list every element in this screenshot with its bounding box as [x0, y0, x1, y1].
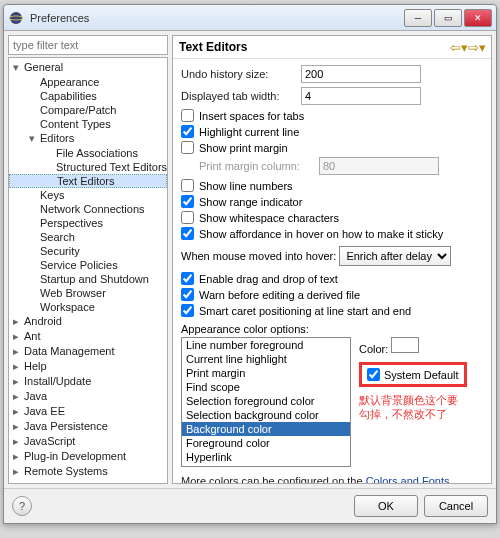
margin-column-label: Print margin column: [199, 160, 319, 172]
page-title: Text Editors [179, 40, 449, 54]
color-label: Color: [359, 343, 388, 355]
whitespace-label: Show whitespace characters [199, 212, 339, 224]
range-indicator-checkbox[interactable] [181, 195, 194, 208]
highlight-line-checkbox[interactable] [181, 125, 194, 138]
drag-drop-label: Enable drag and drop of text [199, 273, 338, 285]
color-option[interactable]: Find scope [182, 380, 350, 394]
system-default-highlight: System Default [359, 362, 467, 387]
maximize-button[interactable]: ▭ [434, 9, 462, 27]
tree-item-text-editors[interactable]: Text Editors [9, 174, 167, 188]
help-button[interactable]: ? [12, 496, 32, 516]
undo-history-input[interactable] [301, 65, 421, 83]
tab-width-label: Displayed tab width: [181, 90, 301, 102]
hover-affordance-checkbox[interactable] [181, 227, 194, 240]
eclipse-icon [8, 10, 24, 26]
tree-item-file-associations[interactable]: File Associations [9, 146, 167, 160]
tree-item-workspace[interactable]: Workspace [9, 300, 167, 314]
tree-item-ant[interactable]: ▸Ant [9, 329, 167, 344]
margin-column-input [319, 157, 439, 175]
undo-history-label: Undo history size: [181, 68, 301, 80]
tree-item-network-connections[interactable]: Network Connections [9, 202, 167, 216]
tree-item-service-policies[interactable]: Service Policies [9, 258, 167, 272]
annotation-text: 默认背景颜色这个要 勾掉，不然改不了 [359, 393, 483, 422]
system-default-label: System Default [384, 369, 459, 381]
tree-item-capabilities[interactable]: Capabilities [9, 89, 167, 103]
tree-item-web-browser[interactable]: Web Browser [9, 286, 167, 300]
right-pane: Text Editors ⇦▾ ⇨▾ Undo history size: Di… [172, 35, 492, 484]
preferences-window: Preferences ─ ▭ ✕ ▾GeneralAppearanceCapa… [3, 4, 497, 524]
tree-item-data-management[interactable]: ▸Data Management [9, 344, 167, 359]
warn-derived-checkbox[interactable] [181, 288, 194, 301]
close-button[interactable]: ✕ [464, 9, 492, 27]
back-arrow-icon[interactable]: ⇦▾ [451, 40, 467, 54]
line-numbers-checkbox[interactable] [181, 179, 194, 192]
minimize-button[interactable]: ─ [404, 9, 432, 27]
insert-spaces-label: Insert spaces for tabs [199, 110, 304, 122]
tree-item-content-types[interactable]: Content Types [9, 117, 167, 131]
color-option[interactable]: Line number foreground [182, 338, 350, 352]
footer: ? OK Cancel [4, 488, 496, 523]
warn-derived-label: Warn before editing a derived file [199, 289, 360, 301]
range-indicator-label: Show range indicator [199, 196, 302, 208]
tree-item-android[interactable]: ▸Android [9, 314, 167, 329]
tree-item-remote-systems[interactable]: ▸Remote Systems [9, 464, 167, 479]
tree-item-java[interactable]: ▸Java [9, 389, 167, 404]
tree-item-plug-in-development[interactable]: ▸Plug-in Development [9, 449, 167, 464]
line-numbers-label: Show line numbers [199, 180, 293, 192]
window-title: Preferences [30, 12, 402, 24]
tree-item-startup-and-shutdown[interactable]: Startup and Shutdown [9, 272, 167, 286]
tree-item-compare-patch[interactable]: Compare/Patch [9, 103, 167, 117]
insert-spaces-checkbox[interactable] [181, 109, 194, 122]
left-pane: ▾GeneralAppearanceCapabilitiesCompare/Pa… [8, 35, 168, 484]
tree-item-search[interactable]: Search [9, 230, 167, 244]
color-option[interactable]: Current line highlight [182, 352, 350, 366]
smart-caret-label: Smart caret positioning at line start an… [199, 305, 411, 317]
filter-input[interactable] [8, 35, 168, 55]
highlight-line-label: Highlight current line [199, 126, 299, 138]
hover-mode-label: When mouse moved into hover: [181, 250, 336, 262]
tree-item-general[interactable]: ▾General [9, 60, 167, 75]
tree-item-structured-text-editors[interactable]: Structured Text Editors [9, 160, 167, 174]
ok-button[interactable]: OK [354, 495, 418, 517]
titlebar[interactable]: Preferences ─ ▭ ✕ [4, 5, 496, 31]
color-option[interactable]: Foreground color [182, 436, 350, 450]
appearance-options-label: Appearance color options: [181, 323, 483, 335]
whitespace-checkbox[interactable] [181, 211, 194, 224]
tree-item-help[interactable]: ▸Help [9, 359, 167, 374]
hover-affordance-label: Show affordance in hover on how to make … [199, 228, 443, 240]
tree-item-keys[interactable]: Keys [9, 188, 167, 202]
more-colors-text: More colors can be configured on the Col… [181, 475, 483, 483]
appearance-color-list[interactable]: Line number foregroundCurrent line highl… [181, 337, 351, 467]
tree-item-java-ee[interactable]: ▸Java EE [9, 404, 167, 419]
cancel-button[interactable]: Cancel [424, 495, 488, 517]
print-margin-label: Show print margin [199, 142, 288, 154]
color-option[interactable]: Print margin [182, 366, 350, 380]
color-swatch-button[interactable] [391, 337, 419, 353]
color-option[interactable]: Selection background color [182, 408, 350, 422]
color-option[interactable]: Hyperlink [182, 450, 350, 464]
tree-item-editors[interactable]: ▾Editors [9, 131, 167, 146]
tree-item-security[interactable]: Security [9, 244, 167, 258]
forward-arrow-icon[interactable]: ⇨▾ [469, 40, 485, 54]
tree-item-appearance[interactable]: Appearance [9, 75, 167, 89]
tree-item-install-update[interactable]: ▸Install/Update [9, 374, 167, 389]
system-default-checkbox[interactable] [367, 368, 380, 381]
hover-mode-select[interactable]: Enrich after delay [339, 246, 451, 266]
tab-width-input[interactable] [301, 87, 421, 105]
color-option[interactable]: Selection foreground color [182, 394, 350, 408]
preferences-tree[interactable]: ▾GeneralAppearanceCapabilitiesCompare/Pa… [8, 57, 168, 484]
drag-drop-checkbox[interactable] [181, 272, 194, 285]
colors-fonts-link[interactable]: Colors and Fonts [366, 475, 450, 483]
color-option[interactable]: Background color [182, 422, 350, 436]
svg-point-0 [10, 12, 22, 24]
smart-caret-checkbox[interactable] [181, 304, 194, 317]
tree-item-perspectives[interactable]: Perspectives [9, 216, 167, 230]
tree-item-java-persistence[interactable]: ▸Java Persistence [9, 419, 167, 434]
print-margin-checkbox[interactable] [181, 141, 194, 154]
tree-item-javascript[interactable]: ▸JavaScript [9, 434, 167, 449]
